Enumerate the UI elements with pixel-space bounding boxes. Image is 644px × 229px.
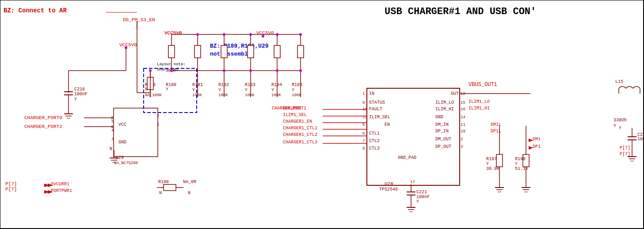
r196-ref: R196 xyxy=(158,180,169,184)
net-ilim1-sel: ILIM1_SEL xyxy=(283,113,307,117)
pin12: 12 xyxy=(461,92,465,96)
u28-val: TPS2546 xyxy=(379,187,398,192)
pin8: 8 xyxy=(362,146,365,151)
svg-rect-32 xyxy=(194,45,201,58)
bz-not-assembly: not assembly xyxy=(210,51,252,57)
c217-val: 100n xyxy=(637,137,644,142)
pin9: 9 xyxy=(362,101,365,105)
u28-dp-out: DP_OUT xyxy=(435,144,451,149)
r189-val: NA_100K xyxy=(145,93,162,98)
portpwr1-bot: PORTPWR1 xyxy=(51,188,72,193)
svg-rect-0 xyxy=(0,0,644,229)
r192-ref: R192 xyxy=(218,83,229,87)
r197-y: Y xyxy=(486,161,489,166)
u29-pin3: 3 xyxy=(111,137,114,142)
u29-pin1: 1 xyxy=(157,123,159,127)
u28-fault: FAULT xyxy=(369,107,382,112)
p7-right-bot: P[7] xyxy=(620,152,630,157)
svg-rect-67 xyxy=(164,184,176,191)
l15-y: Y xyxy=(614,124,616,128)
r194-ref: R194 xyxy=(271,83,282,87)
net-charger1-ctl1: CHARGER1_CTL1 xyxy=(283,126,317,131)
u28-dp-in: DP_IN xyxy=(435,129,449,134)
p7-botleft: P[7] xyxy=(5,187,17,192)
r190-y: Y xyxy=(166,87,168,92)
net-vbus-out1: VBUS_OUT1 xyxy=(469,82,497,88)
svg-rect-28 xyxy=(168,45,175,58)
svg-rect-84 xyxy=(496,154,503,167)
pin7: 7 xyxy=(362,139,365,143)
pin3: 3 xyxy=(461,145,463,149)
r198-y: Y xyxy=(515,161,518,166)
schematic-canvas: USB CHARGER#1 AND USB CON' BZ: Connect t… xyxy=(0,0,644,229)
c221-y: Y xyxy=(416,199,419,204)
u28-out: OUT xyxy=(451,91,459,96)
svg-rect-42 xyxy=(221,45,227,58)
svg-rect-51 xyxy=(297,45,304,58)
r195-y: Y xyxy=(292,88,294,93)
svg-rect-45 xyxy=(248,45,254,58)
r191-val: 100K xyxy=(192,93,202,98)
r191-y: Y xyxy=(192,88,195,93)
u28-ctl3: CTL3 xyxy=(369,146,380,151)
u28-ilim-hi: ILIM_HI xyxy=(435,107,454,112)
net-ovcurr1-in: OVCURR1 xyxy=(283,106,301,111)
u28-ilim-lo: ILIM_LO xyxy=(435,100,454,105)
svg-point-98 xyxy=(170,69,173,72)
r193-ref: R193 xyxy=(245,83,255,87)
pin5: 5 xyxy=(362,123,365,127)
c216-y: Y xyxy=(74,97,77,102)
pin1: 1 xyxy=(362,92,365,96)
pin16: 16 xyxy=(461,107,465,112)
u28-dm-out: DM_OUT xyxy=(435,137,451,142)
pin10: 10 xyxy=(461,129,465,134)
u29-port0-pin: 2 xyxy=(111,116,113,120)
u29-vcc: VCC xyxy=(118,122,126,127)
u28-in: IN xyxy=(369,91,374,96)
pin15: 15 xyxy=(461,101,465,105)
u28-gnd: GND xyxy=(435,115,443,120)
net-dg-pm-s3-en: DG_PM_S3_EN xyxy=(123,17,155,23)
net-dp1: DP1 xyxy=(533,144,541,149)
r196-n: N xyxy=(159,191,162,195)
net-charger-port2: CHARGER_PORT2 xyxy=(24,124,62,129)
net-vcc5v0-1: VCC5V0 xyxy=(119,42,137,48)
net-charger1-ctl3: CHARGER1_CTL3 xyxy=(283,140,317,145)
p7-right-top: P[7] xyxy=(620,146,630,150)
u28-ref: U28 xyxy=(385,181,393,187)
vcc5v0-r190: VCC5V0 xyxy=(164,30,182,36)
r197-val: 30.9K xyxy=(486,166,499,171)
u28-gnd-pad: GND_PAD xyxy=(398,155,416,160)
pin11: 11 xyxy=(461,123,465,127)
svg-point-99 xyxy=(223,69,225,72)
u28-en: EN xyxy=(385,122,390,127)
r197-ref: R197 xyxy=(486,157,497,161)
l15-val: 330Oh xyxy=(614,118,627,123)
u28-ctl2: CTL2 xyxy=(369,139,380,143)
r194-y: Y xyxy=(271,88,274,93)
u29-n: N xyxy=(110,146,112,151)
ovcurr1-bot: OVCURR1 xyxy=(51,182,69,187)
c217-y: Y xyxy=(619,126,621,131)
r194-val: 100K xyxy=(271,93,281,98)
n-label: N xyxy=(188,191,191,195)
net-vcc5v0-3: VCC5V0 xyxy=(256,30,274,36)
c221-ref: C221 xyxy=(416,190,427,195)
u29-gnd: GND xyxy=(118,140,126,145)
svg-point-102 xyxy=(299,69,302,72)
u29-pin2: 2 xyxy=(157,114,159,118)
bz-assembly-annotation: BZ: R189,R196,U29 xyxy=(210,43,269,49)
bz-annotation: BZ: Connect to AR xyxy=(4,7,67,14)
u28-ctl1: CTL1 xyxy=(369,131,380,136)
r198-val: 51.1K xyxy=(515,166,528,171)
pin14: 14 xyxy=(461,115,465,120)
net-ilim1-hi: ILIM1_HI xyxy=(469,106,490,111)
pin6: 6 xyxy=(362,131,365,136)
r193-val: 100K xyxy=(245,93,255,98)
u29-val: NA_NC7SZ08 xyxy=(114,161,138,165)
net-charger1-en: CHARGER1_EN xyxy=(283,119,312,124)
svg-point-36 xyxy=(196,33,199,36)
svg-rect-16 xyxy=(114,108,158,157)
pin17: 17 xyxy=(410,180,415,184)
net-charger1-ctl2: CHARGER1_CTL2 xyxy=(283,132,317,137)
